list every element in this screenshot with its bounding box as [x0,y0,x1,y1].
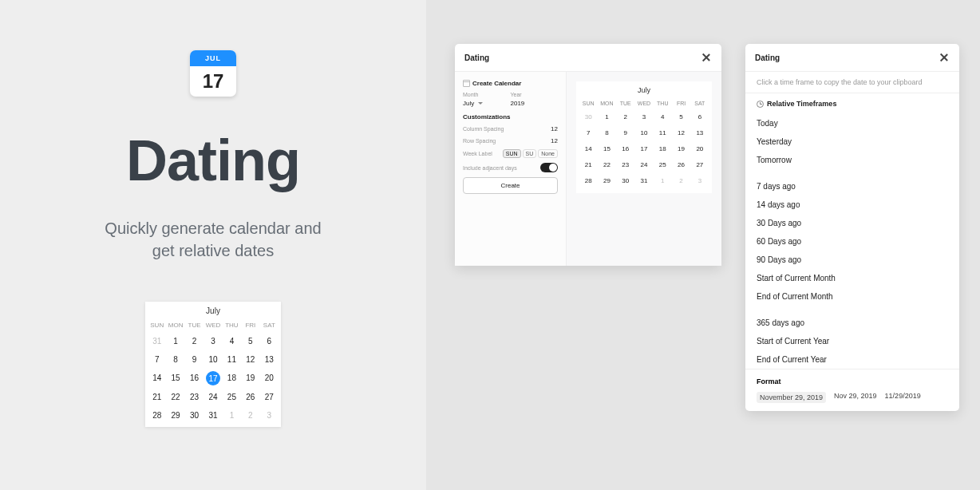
page-title: Dating [0,128,426,193]
calendar-day[interactable]: 17 [206,371,220,385]
calendar-day[interactable]: 31 [148,333,165,350]
calendar-day[interactable]: 6 [261,333,278,350]
calendar-day: 10 [635,125,653,140]
week-label-option[interactable]: SU [523,149,537,158]
calendar-day[interactable]: 30 [186,407,203,424]
calendar-day: 15 [598,141,615,156]
weekday-header: MON [167,319,184,331]
calendar-day: 22 [598,157,615,172]
dialog-title: Dating [755,53,939,62]
calendar-day[interactable]: 21 [148,389,165,405]
calendar-day[interactable]: 16 [186,369,203,387]
calendar-day[interactable]: 20 [261,369,278,387]
column-spacing-input[interactable]: 12 [551,125,558,132]
calendar-day: 2 [617,109,634,124]
timeframe-item[interactable]: Tomorrow [745,151,959,169]
timeframe-item[interactable]: Today [745,114,959,132]
calendar-day: 26 [672,157,690,172]
calendar-day: 1 [654,173,671,188]
calendar-day[interactable]: 22 [167,389,184,405]
calendar-day[interactable]: 28 [148,407,165,424]
calendar-day[interactable]: 9 [186,351,203,368]
timeframe-item[interactable]: 14 days ago [745,196,959,214]
create-calendar-heading: Create Calendar [463,80,558,87]
weekday-header: THU [654,98,671,109]
include-adjacent-toggle[interactable] [540,163,558,172]
calendar-day[interactable]: 24 [204,389,221,405]
timeframe-item[interactable]: End of Current Year [745,350,959,369]
dialog-hint: Click a time frame to copy the date to y… [745,72,959,93]
weekday-header: FRI [242,319,259,331]
weekday-header: SAT [261,319,278,331]
year-input[interactable]: 2019 [511,100,559,107]
calendar-day[interactable]: 2 [242,407,259,424]
timeframe-item[interactable]: Start of Current Month [745,269,959,287]
calendar-day[interactable]: 2 [186,333,203,350]
month-label: Month [463,92,511,97]
calendar-day[interactable]: 31 [204,407,221,424]
week-label-option[interactable]: None [538,149,558,158]
weekday-header: SUN [579,98,597,109]
column-spacing-label: Column Spacing [463,126,504,132]
calendar-day[interactable]: 29 [167,407,184,424]
calendar-day[interactable]: 15 [167,369,184,387]
page-subtitle: Quickly generate calendar and get relati… [0,217,426,262]
calendar-day[interactable]: 27 [261,389,278,405]
close-icon[interactable] [939,52,950,63]
weekday-header: TUE [186,319,203,331]
mini-calendar-title: July [148,306,278,315]
calendar-day[interactable]: 10 [204,351,221,368]
calendar-day: 7 [579,125,597,140]
timeframe-item[interactable]: 365 days ago [745,314,959,332]
weekday-header: WED [635,98,653,109]
year-value: 2019 [511,100,525,107]
year-label: Year [511,92,559,97]
format-option[interactable]: November 29, 2019 [757,392,826,403]
calendar-day[interactable]: 3 [261,407,278,424]
subtitle-line-2: get relative dates [152,242,274,259]
calendar-day[interactable]: 13 [261,351,278,368]
close-icon[interactable] [701,52,712,63]
create-calendar-dialog: Dating Create Calendar Month July [455,44,721,266]
calendar-day[interactable]: 4 [223,333,240,350]
calendar-day[interactable]: 25 [223,389,240,405]
dialog-title: Dating [464,53,701,62]
calendar-day[interactable]: 3 [204,333,221,350]
timeframe-item[interactable]: Start of Current Year [745,332,959,350]
calendar-day: 8 [598,125,615,140]
month-select[interactable]: July [463,100,511,107]
calendar-day[interactable]: 23 [186,389,203,405]
timeframe-item[interactable]: 30 Days ago [745,214,959,232]
format-heading: Format [757,377,948,385]
week-label-option[interactable]: SUN [503,149,521,158]
timeframe-item[interactable]: Yesterday [745,132,959,151]
calendar-day[interactable]: 1 [223,407,240,424]
relative-timeframes-heading: Relative Timeframes [767,100,836,108]
calendar-day: 13 [691,125,709,140]
calendar-day: 14 [579,141,597,156]
calendar-day[interactable]: 11 [223,351,240,368]
calendar-day[interactable]: 26 [242,389,259,405]
app-icon-day: 17 [203,66,224,97]
timeframe-item[interactable]: End of Current Month [745,287,959,306]
calendar-day[interactable]: 1 [167,333,184,350]
calendar-day[interactable]: 19 [242,369,259,387]
calendar-day: 21 [579,157,597,172]
calendar-day[interactable]: 18 [223,369,240,387]
calendar-day[interactable]: 12 [242,351,259,368]
weekday-header: MON [598,98,615,109]
row-spacing-input[interactable]: 12 [551,137,558,144]
calendar-day[interactable]: 7 [148,351,165,368]
format-option[interactable]: Nov 29, 2019 [834,392,877,403]
create-button[interactable]: Create [463,177,558,194]
calendar-day[interactable]: 8 [167,351,184,368]
calendar-day[interactable]: 14 [148,369,165,387]
customizations-heading: Customizations [463,113,558,121]
format-option[interactable]: 11/29/2019 [885,392,921,403]
calendar-preview-title: July [579,86,709,94]
timeframe-item[interactable]: 7 days ago [745,177,959,196]
weekday-header: TUE [617,98,634,109]
calendar-day[interactable]: 5 [242,333,259,350]
timeframe-item[interactable]: 90 Days ago [745,251,959,269]
timeframe-item[interactable]: 60 Days ago [745,232,959,251]
